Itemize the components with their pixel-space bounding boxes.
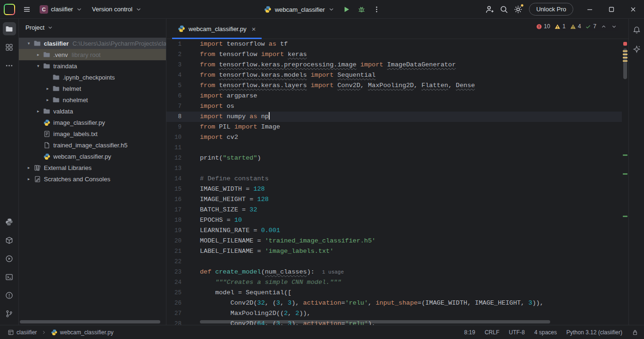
project-widget[interactable]: C clasiifier xyxy=(36,3,86,16)
tree-item--venv[interactable]: ▸.venvlibrary root xyxy=(19,49,166,60)
maximize-button[interactable] xyxy=(601,0,622,19)
tree-item-helmet[interactable]: ▸helmet xyxy=(19,83,166,94)
code-line[interactable]: 2from tensorflow import keras xyxy=(166,49,622,60)
tree-item-scratches-and-consoles[interactable]: ▸Scratches and Consoles xyxy=(19,173,166,185)
breadcrumb-file[interactable]: webcam_classifier.py xyxy=(49,328,115,337)
chevron-expanded-icon[interactable]: ▾ xyxy=(25,41,33,46)
editor-vertical-scrollbar[interactable] xyxy=(623,48,627,79)
run-button[interactable] xyxy=(339,2,354,16)
project-panel-scrollbar[interactable] xyxy=(20,320,160,323)
tree-item-nohelmet[interactable]: ▸nohelmet xyxy=(19,94,166,105)
chevron-collapsed-icon[interactable]: ▸ xyxy=(43,86,52,91)
code-with-me-button[interactable] xyxy=(483,2,497,16)
chevron-collapsed-icon[interactable]: ▸ xyxy=(43,97,52,102)
code-line[interactable]: 6import argparse xyxy=(166,91,622,101)
chevron-collapsed-icon[interactable]: ▸ xyxy=(34,109,42,113)
more-actions-button[interactable] xyxy=(370,2,384,16)
chevron-collapsed-icon[interactable]: ▸ xyxy=(25,165,33,170)
prev-problem-icon[interactable] xyxy=(601,24,607,30)
code-line[interactable]: 9from PIL import Image xyxy=(166,122,622,132)
lock-icon[interactable] xyxy=(632,329,638,336)
code-line[interactable]: 7import os xyxy=(166,101,622,112)
code-line[interactable]: 5from tensorflow.keras.layers import Con… xyxy=(166,81,622,91)
code-line[interactable]: 26 Conv2D(32, (3, 3), activation='relu',… xyxy=(166,298,622,308)
code-line[interactable]: 15IMAGE_WIDTH = 128 xyxy=(166,184,622,194)
search-icon xyxy=(500,5,508,14)
code-line[interactable]: 3from tensorflow.keras.preprocessing.ima… xyxy=(166,60,622,70)
ai-assistant-button[interactable] xyxy=(630,42,643,56)
code-line[interactable]: 16IMAGE_HEIGHT = 128 xyxy=(166,194,622,205)
resolved-count[interactable]: 7 xyxy=(585,23,596,30)
unlock-pro-button[interactable]: Unlock Pro xyxy=(529,3,573,16)
project-panel-header[interactable]: Project xyxy=(19,19,166,36)
stripe-mark[interactable] xyxy=(623,216,627,217)
weak-warnings-count[interactable]: 4 xyxy=(570,23,581,30)
caret-position[interactable]: 8:19 xyxy=(464,329,475,336)
file-encoding[interactable]: UTF-8 xyxy=(509,329,525,336)
code-area[interactable]: 1import tensorflow as tf2from tensorflow… xyxy=(166,39,622,325)
warnings-count[interactable]: 1 xyxy=(554,23,566,30)
debug-button[interactable] xyxy=(355,2,369,16)
tree-item-traindata[interactable]: ▾traindata xyxy=(19,60,166,72)
next-problem-icon[interactable] xyxy=(611,24,617,30)
line-separator[interactable]: CRLF xyxy=(485,329,499,336)
code-line[interactable]: 14# Define constants xyxy=(166,174,622,184)
errors-count[interactable]: 10 xyxy=(536,23,550,30)
settings-button[interactable] xyxy=(511,2,525,16)
code-line[interactable]: 13 xyxy=(166,163,622,174)
chevron-expanded-icon[interactable]: ▾ xyxy=(34,64,42,68)
version-control-widget[interactable]: Version control xyxy=(88,3,146,15)
python-packages-tool-window-button[interactable] xyxy=(3,215,16,228)
code-line[interactable]: 18EPOCHS = 10 xyxy=(166,215,622,226)
code-line[interactable]: 23def create_model(num_classes):1 usage xyxy=(166,267,622,277)
minimize-button[interactable] xyxy=(579,0,601,19)
code-line[interactable]: 1import tensorflow as tf xyxy=(166,39,622,49)
inspections-widget[interactable]: 10 1 4 7 xyxy=(534,22,619,31)
code-line[interactable]: 11 xyxy=(166,143,622,153)
main-menu-button[interactable] xyxy=(20,2,34,16)
tree-item-clasiifier[interactable]: ▾clasiifierC:\Users\Jais\PycharmProjects… xyxy=(19,38,166,49)
tree-item-valdata[interactable]: ▸valdata xyxy=(19,105,166,117)
tree-item-image-labels-txt[interactable]: image_labels.txt xyxy=(19,128,166,139)
tree-item-trained-image-classifier-h5[interactable]: trained_image_classifier.h5 xyxy=(19,139,166,151)
tree-item-external-libraries[interactable]: ▸External Libraries xyxy=(19,162,166,173)
code-line[interactable]: 4from tensorflow.keras.models import Seq… xyxy=(166,70,622,81)
code-line[interactable]: 8import numpy as np xyxy=(166,112,622,122)
stripe-mark[interactable] xyxy=(623,173,627,175)
code-line[interactable]: 25 model = Sequential([ xyxy=(166,288,622,298)
code-line[interactable]: 10import cv2 xyxy=(166,132,622,143)
code-line[interactable]: 27 MaxPooling2D((2, 2)), xyxy=(166,308,622,319)
stripe-mark[interactable] xyxy=(623,154,627,156)
code-line[interactable]: 19LEARNING_RATE = 0.001 xyxy=(166,226,622,236)
code-line[interactable]: 20MODEL_FILENAME = 'trained_image_classi… xyxy=(166,236,622,246)
tree-item-image-classifier-py[interactable]: image_classifier.py xyxy=(19,117,166,128)
tab-close-icon[interactable]: × xyxy=(252,25,256,32)
tree-item--ipynb-checkpoints[interactable]: .ipynb_checkpoints xyxy=(19,72,166,83)
code-line[interactable]: 21LABEL_FILENAME = 'image_labels.txt' xyxy=(166,246,622,257)
editor-horizontal-scrollbar[interactable] xyxy=(200,320,550,323)
close-button[interactable] xyxy=(622,0,644,19)
problems-tool-window-button[interactable] xyxy=(3,289,16,302)
breadcrumb-project[interactable]: clasiifier xyxy=(6,328,39,337)
search-everywhere-button[interactable] xyxy=(497,2,511,16)
run-configuration-selector[interactable]: webcam_classifier xyxy=(260,3,339,16)
version-control-tool-window-button[interactable] xyxy=(3,307,16,320)
tree-item-webcam-classifier-py[interactable]: webcam_classifier.py xyxy=(19,151,166,162)
chevron-collapsed-icon[interactable]: ▸ xyxy=(34,52,42,57)
code-line[interactable]: 17BATCH_SIZE = 32 xyxy=(166,205,622,215)
notifications-button[interactable] xyxy=(630,23,643,36)
code-line[interactable]: 24 """Creates a simple CNN model.""" xyxy=(166,277,622,288)
inspection-status-indicator[interactable] xyxy=(623,42,627,46)
structure-tool-window-button[interactable] xyxy=(3,40,16,54)
services-tool-window-button[interactable] xyxy=(3,252,16,265)
project-tool-window-button[interactable] xyxy=(3,22,16,35)
more-tool-windows-button[interactable] xyxy=(3,59,16,72)
tab-webcam-classifier[interactable]: webcam_classifier.py × xyxy=(172,19,262,39)
code-line[interactable]: 12print("started") xyxy=(166,153,622,163)
chevron-collapsed-icon[interactable]: ▸ xyxy=(25,177,33,181)
python-console-tool-window-button[interactable] xyxy=(3,234,16,247)
terminal-tool-window-button[interactable] xyxy=(3,270,16,283)
python-interpreter[interactable]: Python 3.12 (clasiifier) xyxy=(566,329,622,336)
indent-style[interactable]: 4 spaces xyxy=(534,329,557,336)
code-line[interactable]: 22 xyxy=(166,257,622,267)
